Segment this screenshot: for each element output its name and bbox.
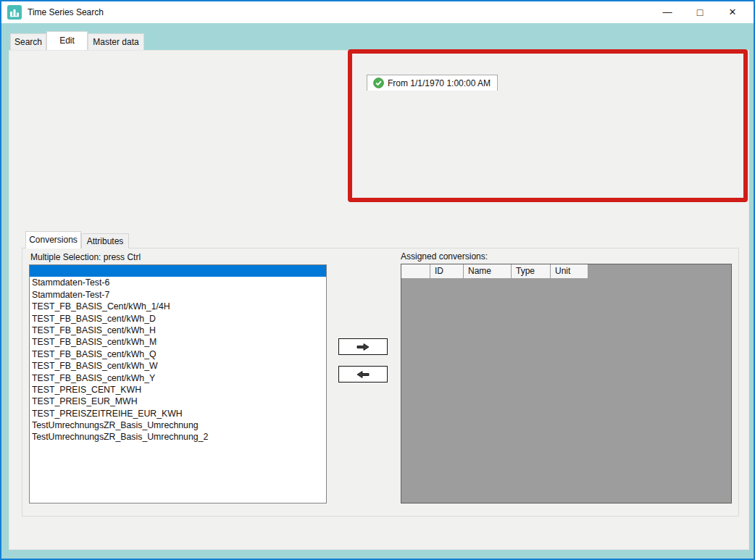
assigned-conversions-label: Assigned conversions: — [401, 251, 488, 262]
list-item[interactable]: TEST_PREISZEITREIHE_EUR_KWH — [30, 408, 326, 419]
list-item[interactable]: Stammdaten-Test-6 — [30, 277, 326, 288]
table-header-row: IDNameTypeUnit — [401, 264, 731, 279]
app-window: Time Series Search — □ ✕ Search Edit Mas… — [0, 0, 755, 560]
minimize-button[interactable]: — — [654, 1, 680, 23]
bar-chart-icon — [9, 7, 20, 17]
list-item[interactable] — [30, 265, 326, 277]
unassign-button[interactable] — [338, 366, 388, 383]
column-header — [401, 264, 430, 279]
column-header: Unit — [551, 264, 588, 279]
list-item[interactable]: TEST_FB_BASIS_cent/kWh_Q — [30, 348, 326, 360]
tab-search[interactable]: Search — [10, 33, 46, 50]
assign-button[interactable] — [338, 338, 388, 355]
list-item[interactable]: TEST_FB_BASIS_cent/kWh_H — [30, 325, 326, 336]
list-item[interactable]: TEST_FB_BASIS_cent/kWh_W — [30, 360, 326, 372]
list-item[interactable]: TEST_PREIS_CENT_KWH — [30, 384, 326, 396]
list-item[interactable]: TEST_PREIS_EUR_MWH — [30, 396, 326, 407]
tab-conversions[interactable]: Conversions — [25, 231, 81, 248]
column-header: Name — [464, 264, 512, 279]
list-item[interactable]: TestUmrechnungsZR_Basis_Umrechnung_2 — [30, 431, 326, 443]
arrow-right-icon — [356, 343, 370, 351]
assigned-conversions-table[interactable]: IDNameTypeUnit — [401, 264, 732, 503]
list-item[interactable]: TEST_FB_BASIS_cent/kWh_D — [30, 313, 326, 325]
list-item[interactable]: TEST_FB_BASIS_Cent/kWh_1/4H — [30, 301, 326, 312]
multi-select-hint: Multiple Selection: press Ctrl — [30, 252, 141, 262]
validity-period-tab[interactable]: From 1/1/1970 1:00:00 AM — [367, 75, 498, 91]
app-icon — [7, 5, 22, 20]
column-header: Type — [512, 264, 551, 279]
tab-master-data[interactable]: Master data — [88, 33, 144, 50]
list-item[interactable]: TEST_FB_BASIS_cent/kWh_Y — [30, 372, 326, 384]
title-bar: Time Series Search — □ ✕ — [1, 1, 754, 23]
window-title: Time Series Search — [28, 1, 104, 23]
check-circle-icon — [373, 78, 384, 88]
tab-edit[interactable]: Edit — [46, 31, 88, 50]
tab-attributes[interactable]: Attributes — [81, 233, 129, 248]
available-conversions-list[interactable]: Stammdaten-Test-6Stammdaten-Test-7TEST_F… — [29, 264, 327, 503]
list-item[interactable]: TestUmrechnungsZR_Basis_Umrechnung — [30, 419, 326, 431]
arrow-left-icon — [356, 370, 370, 379]
validity-tab-label: From 1/1/1970 1:00:00 AM — [388, 78, 491, 88]
maximize-button[interactable]: □ — [687, 1, 713, 23]
list-item[interactable]: TEST_FB_BASIS_cent/kWh_M — [30, 336, 326, 348]
column-header: ID — [430, 264, 464, 279]
close-button[interactable]: ✕ — [719, 1, 746, 23]
list-item[interactable]: Stammdaten-Test-7 — [30, 289, 326, 301]
